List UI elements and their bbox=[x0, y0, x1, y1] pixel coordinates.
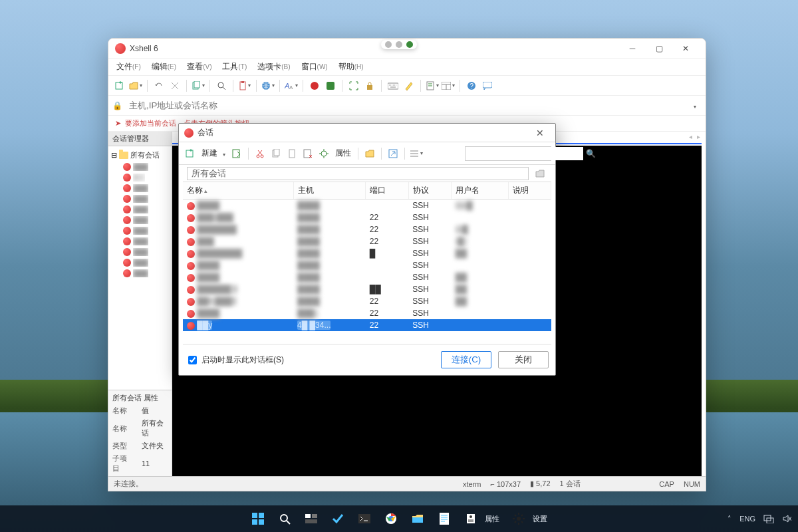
window-snap-overlay[interactable] bbox=[381, 40, 417, 49]
startup-checkbox-input[interactable] bbox=[188, 356, 197, 364]
explorer-icon[interactable] bbox=[406, 507, 429, 530]
delete-icon[interactable] bbox=[301, 146, 315, 161]
minimize-button[interactable]: ─ bbox=[619, 39, 646, 58]
table-row[interactable]: ████████SSHroo█ bbox=[183, 200, 551, 212]
search-input[interactable] bbox=[466, 147, 583, 160]
menu-查看[interactable]: 查看(V) bbox=[183, 59, 215, 74]
tree-session[interactable]: ███ bbox=[111, 268, 169, 279]
table-row[interactable]: ████████SSH██ bbox=[183, 271, 551, 283]
tree-session[interactable]: ███ bbox=[111, 247, 169, 257]
menu-窗口[interactable]: 窗口(W) bbox=[297, 59, 332, 74]
props-icon[interactable] bbox=[460, 507, 482, 530]
search-icon[interactable] bbox=[273, 507, 296, 530]
session-tree[interactable]: ⊟ 所有会话 ███2███████████████████████████ bbox=[108, 146, 172, 390]
help-icon[interactable]: ? bbox=[464, 78, 479, 93]
table-row[interactable]: ██6.███3████22SSH██ bbox=[183, 295, 551, 307]
paste-icon[interactable] bbox=[285, 146, 299, 161]
tree-session[interactable]: ███ bbox=[111, 215, 169, 225]
address-dropdown[interactable] bbox=[692, 101, 702, 110]
edit-icon[interactable] bbox=[229, 146, 244, 161]
menu-选项卡[interactable]: 选项卡(B) bbox=[253, 59, 294, 74]
find-icon[interactable] bbox=[214, 78, 229, 93]
tree-session[interactable]: ███ bbox=[111, 257, 169, 268]
new-folder-icon[interactable] bbox=[362, 146, 377, 161]
tray-lang[interactable]: ENG bbox=[739, 515, 755, 523]
lock-icon[interactable] bbox=[362, 78, 377, 93]
tree-root[interactable]: ⊟ 所有会话 bbox=[111, 149, 169, 162]
settings-icon[interactable] bbox=[507, 507, 530, 530]
address-input[interactable] bbox=[126, 98, 688, 113]
copy-icon[interactable] bbox=[191, 78, 205, 93]
new-dropdown[interactable] bbox=[221, 149, 228, 158]
script-icon[interactable] bbox=[425, 78, 440, 93]
cut-icon[interactable] bbox=[253, 146, 267, 161]
globe-icon[interactable] bbox=[261, 78, 275, 93]
col-desc[interactable]: 说明 bbox=[508, 182, 551, 200]
table-row[interactable]: ████████SSH bbox=[183, 259, 551, 271]
menu-工具[interactable]: 工具(T) bbox=[218, 59, 251, 74]
tree-session[interactable]: ███ bbox=[111, 225, 169, 236]
view-mode-icon[interactable] bbox=[409, 146, 424, 161]
props-icon[interactable] bbox=[317, 146, 331, 161]
sessions-grid[interactable]: 名称▴ 主机 端口 协议 用户名 说明 ████████SSHroo█ ███.… bbox=[183, 182, 551, 344]
disconnect-icon[interactable] bbox=[168, 78, 182, 93]
fullscreen-icon[interactable] bbox=[346, 78, 361, 93]
tree-session[interactable]: ███ bbox=[111, 194, 169, 204]
search-icon[interactable]: 🔍 bbox=[583, 149, 598, 158]
col-name[interactable]: 名称▴ bbox=[183, 182, 293, 200]
table-row[interactable]: ███.███████22SSH bbox=[183, 211, 551, 223]
dialog-close-icon[interactable]: ✕ bbox=[530, 128, 550, 138]
notes-icon[interactable] bbox=[433, 507, 456, 530]
chrome-icon[interactable] bbox=[380, 507, 402, 530]
menu-编辑[interactable]: 编辑(E) bbox=[148, 59, 180, 74]
table-row[interactable]: ██████ 9██████SSH██ bbox=[183, 283, 551, 295]
tree-session[interactable]: ███ bbox=[111, 162, 169, 172]
reconnect-icon[interactable] bbox=[152, 78, 166, 93]
check-icon[interactable] bbox=[327, 507, 349, 530]
table-row[interactable]: ███████████22SSHro█ bbox=[183, 223, 551, 235]
volume-icon[interactable] bbox=[782, 514, 791, 523]
col-proto[interactable]: 协议 bbox=[408, 182, 451, 200]
new-session-icon[interactable] bbox=[183, 146, 198, 161]
table-row[interactable]: ██y4█ █34...22SSH bbox=[183, 319, 551, 331]
table-row[interactable]: ███████..22SSH bbox=[183, 307, 551, 319]
tree-session[interactable]: ███ bbox=[111, 204, 169, 215]
network-icon[interactable] bbox=[763, 514, 774, 523]
maximize-button[interactable]: ▢ bbox=[646, 39, 672, 58]
session-icon bbox=[187, 274, 195, 282]
start-icon[interactable] bbox=[247, 507, 269, 530]
path-input[interactable] bbox=[187, 167, 529, 180]
tree-session[interactable]: ███ bbox=[111, 183, 169, 194]
close-button[interactable]: 关闭 bbox=[498, 351, 549, 368]
menu-帮助[interactable]: 帮助(H) bbox=[334, 59, 368, 74]
xftp-icon[interactable] bbox=[323, 78, 338, 93]
close-button[interactable]: ✕ bbox=[672, 39, 699, 58]
shortcut-icon[interactable] bbox=[386, 146, 400, 161]
tree-session[interactable]: 2 bbox=[111, 172, 169, 183]
open-icon[interactable] bbox=[128, 78, 143, 93]
paste-icon[interactable] bbox=[237, 78, 252, 93]
chevron-up-icon[interactable]: ˄ bbox=[728, 515, 732, 523]
terminal-icon[interactable] bbox=[353, 507, 376, 530]
xshell-ball-icon[interactable] bbox=[307, 78, 322, 93]
col-user[interactable]: 用户名 bbox=[452, 182, 508, 200]
feedback-icon[interactable] bbox=[480, 78, 495, 93]
layout-icon[interactable] bbox=[441, 78, 456, 93]
table-row[interactable]: ███████22SSHr█ bbox=[183, 235, 551, 247]
new-session-icon[interactable] bbox=[112, 78, 127, 93]
font-icon[interactable]: AA bbox=[284, 78, 299, 93]
menu-文件[interactable]: 文件(F) bbox=[112, 59, 145, 74]
props-button[interactable]: 属性 bbox=[332, 148, 354, 159]
taskview-icon[interactable] bbox=[300, 507, 323, 530]
col-port[interactable]: 端口 bbox=[366, 182, 408, 200]
connect-button[interactable]: 连接(C) bbox=[441, 351, 491, 368]
copy-icon[interactable] bbox=[269, 146, 283, 161]
startup-checkbox[interactable]: 启动时显示此对话框(S) bbox=[186, 354, 284, 366]
highlight-icon[interactable] bbox=[402, 78, 416, 93]
table-row[interactable]: █████████████SSH██ bbox=[183, 247, 551, 259]
up-folder-icon[interactable] bbox=[533, 166, 547, 181]
keyboard-icon[interactable] bbox=[386, 78, 400, 93]
col-host[interactable]: 主机 bbox=[293, 182, 366, 200]
new-button[interactable]: 新建 bbox=[199, 148, 220, 159]
tree-session[interactable]: ███ bbox=[111, 236, 169, 247]
